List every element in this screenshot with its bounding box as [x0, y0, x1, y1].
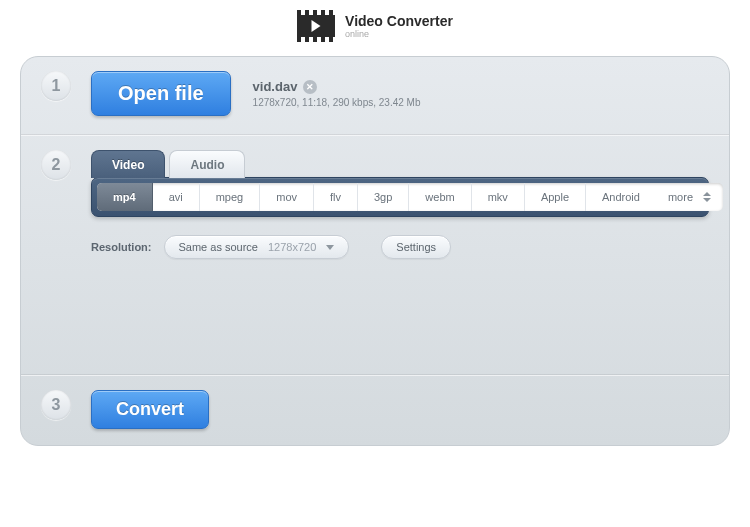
format-more-label: more	[668, 191, 693, 203]
step-badge-3: 3	[41, 390, 71, 420]
resolution-label: Resolution:	[91, 241, 152, 253]
remove-file-icon[interactable]: ✕	[303, 80, 317, 94]
format-bar: mp4 avi mpeg mov flv 3gp webm mkv Apple …	[91, 177, 709, 217]
step-badge-1: 1	[41, 71, 71, 101]
open-file-button[interactable]: Open file	[91, 71, 231, 116]
section-format: 2 Video Audio mp4 avi mpeg mov flv 3gp w…	[21, 135, 729, 375]
format-apple[interactable]: Apple	[525, 183, 586, 211]
resolution-dropdown[interactable]: Same as source 1278x720	[164, 235, 350, 259]
file-info: vid.dav ✕ 1278x720, 11:18, 290 kbps, 23.…	[253, 79, 421, 108]
file-name: vid.dav	[253, 79, 298, 94]
convert-button[interactable]: Convert	[91, 390, 209, 429]
step-badge-2: 2	[41, 150, 71, 180]
chevron-updown-icon	[703, 192, 711, 202]
app-header: Video Converter online	[0, 0, 750, 50]
resolution-row: Resolution: Same as source 1278x720 Sett…	[91, 235, 709, 259]
format-webm[interactable]: webm	[409, 183, 471, 211]
format-mkv[interactable]: mkv	[472, 183, 525, 211]
media-tabs: Video Audio	[91, 150, 709, 178]
resolution-mode: Same as source	[179, 241, 258, 253]
resolution-value: 1278x720	[268, 241, 316, 253]
format-android[interactable]: Android	[586, 183, 656, 211]
app-title-block: Video Converter online	[345, 13, 453, 39]
format-avi[interactable]: avi	[153, 183, 200, 211]
section-convert: 3 Convert	[21, 375, 729, 445]
app-subtitle: online	[345, 29, 453, 39]
format-mov[interactable]: mov	[260, 183, 314, 211]
tab-video[interactable]: Video	[91, 150, 165, 178]
main-panel: 1 Open file vid.dav ✕ 1278x720, 11:18, 2…	[20, 56, 730, 446]
chevron-down-icon	[326, 245, 334, 250]
format-flv[interactable]: flv	[314, 183, 358, 211]
file-meta: 1278x720, 11:18, 290 kbps, 23.42 Mb	[253, 97, 421, 108]
app-title: Video Converter	[345, 13, 453, 29]
format-more[interactable]: more	[656, 183, 723, 211]
film-icon	[297, 10, 335, 42]
section-open-file: 1 Open file vid.dav ✕ 1278x720, 11:18, 2…	[21, 57, 729, 135]
settings-button[interactable]: Settings	[381, 235, 451, 259]
format-mp4[interactable]: mp4	[97, 183, 153, 211]
format-3gp[interactable]: 3gp	[358, 183, 409, 211]
format-mpeg[interactable]: mpeg	[200, 183, 261, 211]
tab-audio[interactable]: Audio	[169, 150, 245, 178]
